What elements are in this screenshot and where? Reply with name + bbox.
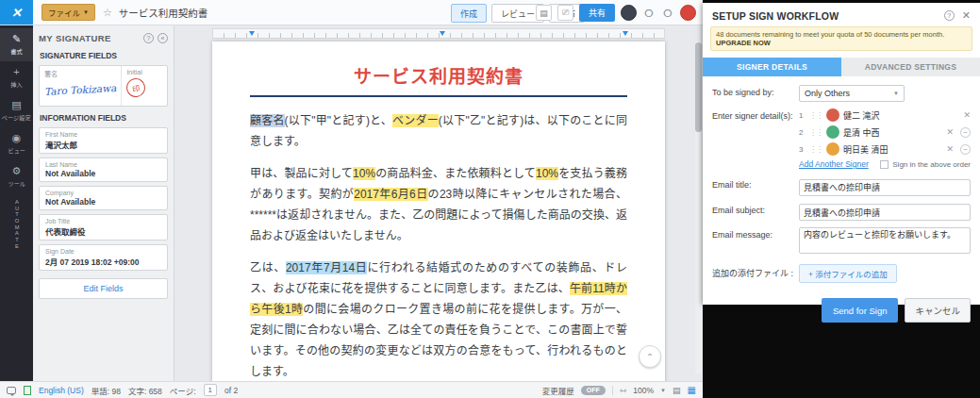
email-title-label: Email title: (712, 177, 799, 196)
email-message-input[interactable]: 内容のレビューと捺印をお願いします。 (799, 227, 971, 254)
page-number-input[interactable]: 1 (204, 384, 217, 396)
workflow-title: SETUP SIGN WORKFLOW (712, 10, 944, 22)
writer-logo-icon: ✕ (11, 6, 22, 20)
setup-sign-workflow-panel: SETUP SIGN WORKFLOW ? ✕ 48 documents rem… (703, 3, 980, 305)
tab-signer-details[interactable]: SIGNER DETAILS (703, 58, 841, 76)
add-another-signer-link[interactable]: Add Another Signer (799, 159, 880, 169)
signer-name: 是清 中西 (843, 126, 942, 139)
quota-banner: 48 documents remaining to meet your quot… (710, 26, 972, 51)
email-message-label: Email message: (712, 227, 799, 257)
file-menu-button[interactable]: ファイル ▼ (42, 4, 95, 21)
workflow-tabs: SIGNER DETAILS ADVANCED SETTINGS (703, 58, 980, 76)
my-signature-panel: MY SIGNATURE ? « SIGNATURE FIELDS 署名 Tar… (33, 25, 174, 381)
char-count[interactable]: 文字: 658 (128, 385, 162, 396)
cancel-button[interactable]: キャンセル (905, 298, 971, 323)
signature-fields-header: SIGNATURE FIELDS (40, 51, 167, 60)
horizontal-ruler[interactable] (212, 28, 665, 39)
sidebar-item-automate[interactable]: AUTOMATE (0, 193, 33, 257)
remove-signer-icon[interactable]: ✕ (946, 127, 954, 137)
compose-tab[interactable]: 作成 (451, 4, 487, 23)
workflow-help-icon[interactable]: ? (944, 10, 955, 21)
word-count[interactable]: 単語: 98 (91, 385, 121, 396)
email-title-input[interactable] (799, 179, 971, 196)
scrollbar-thumb[interactable] (695, 42, 702, 132)
document-page[interactable]: サービス利用契約書 顧客名(以下"甲"と記す)と、ベンダー(以下"乙"と記す)は… (212, 41, 665, 381)
sidebar-item-format[interactable]: ✎ 書式 (0, 28, 33, 61)
sidebar-item-view[interactable]: ◉ ビュー (0, 127, 33, 160)
drag-handle-icon[interactable]: ⋮⋮ (809, 128, 822, 137)
left-margin-marker[interactable] (249, 31, 255, 36)
zoom-level[interactable]: 100% (633, 386, 654, 395)
signer-avatar (826, 142, 839, 156)
file-menu-label: ファイル (48, 7, 80, 18)
app-logo[interactable]: ✕ (0, 0, 33, 25)
grid-view-icon[interactable]: ▦ (688, 385, 696, 395)
favorite-star-icon[interactable]: ☆ (103, 7, 112, 19)
language-selector[interactable]: English (US) (39, 386, 84, 395)
right-margin-marker[interactable] (623, 31, 628, 36)
highlight-vendor: ベンダー (392, 114, 439, 127)
help-icon[interactable]: ? (143, 33, 154, 43)
delete-row-icon[interactable]: − (960, 127, 971, 138)
signature-preview-box[interactable]: 署名 Taro Tokizawa Initial 印 (39, 65, 168, 107)
add-attachment-button[interactable]: + 添付ファイルの追加 (799, 264, 897, 283)
collaborator-avatar[interactable] (621, 5, 637, 21)
signature-script: Taro Tokizawa (44, 82, 117, 97)
seal-icon: 印 (125, 76, 148, 99)
signer-avatar (826, 125, 839, 139)
signed-by-select[interactable]: Only Others ▼ (799, 85, 905, 102)
delete-row-icon[interactable]: − (960, 144, 971, 155)
tab-advanced-settings[interactable]: ADVANCED SETTINGS (841, 58, 980, 76)
field-first-name[interactable]: First Name 滝沢太郎 (39, 127, 168, 154)
presence-user-icon[interactable]: ⵔ (642, 7, 656, 20)
field-sign-date[interactable]: Sign Date 2月 07 2019 18:02 +09:00 (39, 244, 168, 271)
contract-title: サービス利用契約書 (250, 62, 627, 88)
sidebar-item-tools[interactable]: ⚙ ツール (0, 160, 33, 193)
ruler-ticks (213, 33, 664, 38)
workflow-close-icon[interactable]: ✕ (962, 9, 971, 22)
sign-order-checkbox[interactable]: Sign in the above order (880, 160, 971, 169)
paragraph-3: 乙は、2017年7月14日に行われる結婚式のためのすべての装飾品、ドレス、および… (250, 257, 627, 381)
statusbar-right: 変更履歴 OFF ⇿ 100% ▼ ▤ ▦ (542, 385, 696, 396)
field-job-title[interactable]: Job Title 代表取締役 (39, 214, 168, 240)
highlight-date-1: 2017年6月6日 (354, 188, 427, 201)
share-button[interactable]: 共有 (579, 4, 615, 22)
scroll-top-button[interactable]: ⌃ (639, 345, 661, 368)
paragraph-1: 顧客名(以下"甲"と記す)と、ベンダー(以下"乙"と記す)は、以下のことに同意し… (250, 110, 627, 152)
edit-fields-button[interactable]: Edit Fields (39, 278, 168, 299)
title-rule (250, 95, 627, 97)
page-label: ページ: (170, 385, 196, 396)
drag-handle-icon[interactable]: ⋮⋮ (809, 145, 822, 154)
drag-handle-icon[interactable]: ⋮⋮ (809, 111, 822, 120)
comments-icon[interactable] (7, 387, 16, 394)
send-for-sign-button[interactable]: Send for Sign (822, 298, 899, 323)
track-changes-toggle[interactable]: OFF (581, 386, 606, 395)
field-last-name[interactable]: Last Name Not Available (39, 158, 168, 182)
paragraph-2: 甲は、製品に対して10%の商品料金、また依頼料として10%を支払う義務があります… (250, 163, 627, 246)
workflow-form: To be signed by: Only Others ▼ Enter sig… (703, 76, 980, 290)
highlight-customer-name: 顧客名 (250, 114, 285, 127)
print-icon[interactable]: ⎚ (557, 5, 573, 21)
fit-width-icon[interactable]: ⇿ (620, 386, 627, 395)
single-page-view-icon[interactable]: ▤ (673, 386, 681, 395)
signature-panel-title: MY SIGNATURE (39, 33, 140, 43)
format-icon: ✎ (12, 33, 21, 44)
checkbox-icon[interactable] (880, 160, 889, 169)
user-avatar[interactable] (680, 5, 696, 21)
remove-signer-icon[interactable]: ✕ (946, 144, 954, 154)
document-info-icon[interactable]: ▤ (536, 5, 552, 21)
proofing-icon[interactable] (24, 386, 31, 395)
upgrade-now-link[interactable]: UPGRADE NOW (716, 39, 771, 47)
email-subject-input[interactable] (799, 204, 971, 221)
remove-signer-icon[interactable]: ✕ (963, 110, 971, 120)
sidebar-item-page-setup[interactable]: ▤ ページ設定 (0, 94, 33, 127)
collapse-panel-icon[interactable]: « (158, 33, 168, 43)
attachment-label: 追加の添付ファイル : (712, 264, 799, 283)
insert-icon: + (13, 66, 19, 77)
topbar-right-tools: ▤ ⎚ 共有 ⵔ ⵔ (536, 4, 696, 22)
invite-user-icon[interactable]: ⵔ (661, 7, 674, 20)
vertical-scrollbar[interactable] (695, 41, 702, 373)
field-company[interactable]: Company Not Available (39, 186, 168, 210)
sidebar-item-insert[interactable]: + 挿入 (0, 61, 33, 94)
zoom-chevron-icon[interactable]: ▼ (660, 388, 666, 393)
